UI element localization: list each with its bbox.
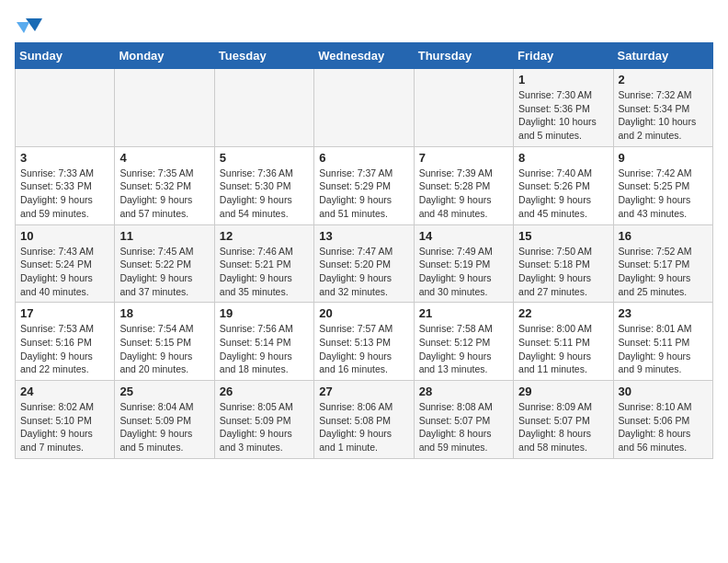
day-cell: 20Sunrise: 7:57 AM Sunset: 5:13 PM Dayli… bbox=[314, 303, 414, 381]
day-cell bbox=[314, 69, 414, 147]
day-info: Sunrise: 7:36 AM Sunset: 5:30 PM Dayligh… bbox=[220, 167, 309, 221]
svg-marker-0 bbox=[26, 18, 42, 31]
day-cell: 8Sunrise: 7:40 AM Sunset: 5:26 PM Daylig… bbox=[514, 146, 613, 224]
day-number: 19 bbox=[220, 306, 309, 320]
calendar: SundayMondayTuesdayWednesdayThursdayFrid… bbox=[15, 42, 713, 459]
day-number: 1 bbox=[518, 73, 608, 86]
day-cell bbox=[115, 69, 214, 147]
day-cell: 11Sunrise: 7:45 AM Sunset: 5:22 PM Dayli… bbox=[115, 224, 214, 303]
day-number: 8 bbox=[518, 151, 608, 165]
day-info: Sunrise: 7:58 AM Sunset: 5:12 PM Dayligh… bbox=[419, 322, 508, 376]
day-number: 4 bbox=[119, 151, 209, 165]
day-info: Sunrise: 7:49 AM Sunset: 5:19 PM Dayligh… bbox=[419, 245, 508, 299]
weekday-header-row: SundayMondayTuesdayWednesdayThursdayFrid… bbox=[16, 43, 713, 69]
weekday-header-tuesday: Tuesday bbox=[214, 43, 313, 69]
day-cell: 25Sunrise: 8:04 AM Sunset: 5:09 PM Dayli… bbox=[115, 381, 214, 459]
day-cell: 23Sunrise: 8:01 AM Sunset: 5:11 PM Dayli… bbox=[613, 303, 712, 381]
day-cell bbox=[16, 69, 115, 147]
day-cell: 15Sunrise: 7:50 AM Sunset: 5:18 PM Dayli… bbox=[514, 224, 613, 303]
day-number: 13 bbox=[319, 229, 408, 243]
day-number: 14 bbox=[419, 229, 508, 243]
day-cell: 27Sunrise: 8:06 AM Sunset: 5:08 PM Dayli… bbox=[314, 381, 414, 459]
day-info: Sunrise: 7:52 AM Sunset: 5:17 PM Dayligh… bbox=[619, 245, 708, 299]
day-cell: 28Sunrise: 8:08 AM Sunset: 5:07 PM Dayli… bbox=[414, 381, 513, 459]
day-info: Sunrise: 8:08 AM Sunset: 5:07 PM Dayligh… bbox=[419, 400, 508, 454]
day-info: Sunrise: 8:01 AM Sunset: 5:11 PM Dayligh… bbox=[619, 322, 708, 376]
logo-icon bbox=[17, 15, 44, 35]
day-cell: 30Sunrise: 8:10 AM Sunset: 5:06 PM Dayli… bbox=[613, 381, 712, 459]
day-number: 9 bbox=[619, 151, 708, 165]
week-row-5: 24Sunrise: 8:02 AM Sunset: 5:10 PM Dayli… bbox=[16, 381, 713, 459]
day-info: Sunrise: 8:02 AM Sunset: 5:10 PM Dayligh… bbox=[20, 400, 109, 454]
day-number: 28 bbox=[419, 385, 508, 398]
day-number: 7 bbox=[419, 151, 508, 165]
day-cell: 5Sunrise: 7:36 AM Sunset: 5:30 PM Daylig… bbox=[214, 146, 313, 224]
day-info: Sunrise: 7:33 AM Sunset: 5:33 PM Dayligh… bbox=[20, 167, 109, 221]
weekday-header-sunday: Sunday bbox=[16, 43, 115, 69]
day-info: Sunrise: 8:06 AM Sunset: 5:08 PM Dayligh… bbox=[319, 400, 408, 454]
day-number: 29 bbox=[518, 385, 608, 398]
day-info: Sunrise: 7:45 AM Sunset: 5:22 PM Dayligh… bbox=[119, 245, 209, 299]
day-number: 12 bbox=[220, 229, 309, 243]
day-cell: 24Sunrise: 8:02 AM Sunset: 5:10 PM Dayli… bbox=[16, 381, 115, 459]
day-number: 5 bbox=[220, 151, 309, 165]
day-info: Sunrise: 7:47 AM Sunset: 5:20 PM Dayligh… bbox=[319, 245, 408, 299]
day-cell: 19Sunrise: 7:56 AM Sunset: 5:14 PM Dayli… bbox=[214, 303, 313, 381]
day-info: Sunrise: 7:57 AM Sunset: 5:13 PM Dayligh… bbox=[319, 322, 408, 376]
day-cell: 10Sunrise: 7:43 AM Sunset: 5:24 PM Dayli… bbox=[16, 224, 115, 303]
weekday-header-thursday: Thursday bbox=[414, 43, 513, 69]
day-info: Sunrise: 7:30 AM Sunset: 5:36 PM Dayligh… bbox=[518, 88, 608, 143]
day-number: 17 bbox=[20, 306, 109, 320]
day-number: 25 bbox=[119, 385, 209, 398]
day-cell: 1Sunrise: 7:30 AM Sunset: 5:36 PM Daylig… bbox=[514, 69, 613, 147]
day-cell: 7Sunrise: 7:39 AM Sunset: 5:28 PM Daylig… bbox=[414, 146, 513, 224]
day-cell: 2Sunrise: 7:32 AM Sunset: 5:34 PM Daylig… bbox=[613, 69, 712, 147]
day-cell bbox=[414, 69, 513, 147]
day-number: 22 bbox=[518, 306, 608, 320]
day-cell: 12Sunrise: 7:46 AM Sunset: 5:21 PM Dayli… bbox=[214, 224, 313, 303]
week-row-1: 1Sunrise: 7:30 AM Sunset: 5:36 PM Daylig… bbox=[16, 69, 713, 147]
day-number: 16 bbox=[619, 229, 708, 243]
day-number: 23 bbox=[619, 306, 708, 320]
day-info: Sunrise: 8:00 AM Sunset: 5:11 PM Dayligh… bbox=[518, 322, 608, 376]
day-number: 2 bbox=[619, 73, 708, 86]
day-cell: 22Sunrise: 8:00 AM Sunset: 5:11 PM Dayli… bbox=[514, 303, 613, 381]
week-row-3: 10Sunrise: 7:43 AM Sunset: 5:24 PM Dayli… bbox=[16, 224, 713, 303]
day-info: Sunrise: 8:04 AM Sunset: 5:09 PM Dayligh… bbox=[119, 400, 209, 454]
day-number: 30 bbox=[619, 385, 708, 398]
day-cell: 14Sunrise: 7:49 AM Sunset: 5:19 PM Dayli… bbox=[414, 224, 513, 303]
weekday-header-wednesday: Wednesday bbox=[314, 43, 414, 69]
weekday-header-monday: Monday bbox=[115, 43, 214, 69]
day-info: Sunrise: 7:43 AM Sunset: 5:24 PM Dayligh… bbox=[20, 245, 109, 299]
day-cell: 21Sunrise: 7:58 AM Sunset: 5:12 PM Dayli… bbox=[414, 303, 513, 381]
day-number: 18 bbox=[119, 306, 209, 320]
day-number: 24 bbox=[20, 385, 109, 398]
svg-marker-1 bbox=[17, 22, 29, 33]
day-number: 11 bbox=[119, 229, 209, 243]
day-info: Sunrise: 7:53 AM Sunset: 5:16 PM Dayligh… bbox=[20, 322, 109, 376]
day-number: 3 bbox=[20, 151, 109, 165]
day-number: 15 bbox=[518, 229, 608, 243]
day-cell: 3Sunrise: 7:33 AM Sunset: 5:33 PM Daylig… bbox=[16, 146, 115, 224]
day-info: Sunrise: 7:35 AM Sunset: 5:32 PM Dayligh… bbox=[119, 167, 209, 221]
day-cell: 26Sunrise: 8:05 AM Sunset: 5:09 PM Dayli… bbox=[214, 381, 313, 459]
day-info: Sunrise: 7:42 AM Sunset: 5:25 PM Dayligh… bbox=[619, 167, 708, 221]
day-cell: 9Sunrise: 7:42 AM Sunset: 5:25 PM Daylig… bbox=[613, 146, 712, 224]
day-info: Sunrise: 8:05 AM Sunset: 5:09 PM Dayligh… bbox=[220, 400, 309, 454]
day-number: 27 bbox=[319, 385, 408, 398]
weekday-header-saturday: Saturday bbox=[613, 43, 712, 69]
day-info: Sunrise: 7:50 AM Sunset: 5:18 PM Dayligh… bbox=[518, 245, 608, 299]
day-cell: 17Sunrise: 7:53 AM Sunset: 5:16 PM Dayli… bbox=[16, 303, 115, 381]
week-row-4: 17Sunrise: 7:53 AM Sunset: 5:16 PM Dayli… bbox=[16, 303, 713, 381]
day-cell bbox=[214, 69, 313, 147]
day-cell: 13Sunrise: 7:47 AM Sunset: 5:20 PM Dayli… bbox=[314, 224, 414, 303]
day-info: Sunrise: 8:10 AM Sunset: 5:06 PM Dayligh… bbox=[619, 400, 708, 454]
day-info: Sunrise: 7:46 AM Sunset: 5:21 PM Dayligh… bbox=[220, 245, 309, 299]
day-number: 26 bbox=[220, 385, 309, 398]
day-cell: 18Sunrise: 7:54 AM Sunset: 5:15 PM Dayli… bbox=[115, 303, 214, 381]
day-info: Sunrise: 8:09 AM Sunset: 5:07 PM Dayligh… bbox=[518, 400, 608, 454]
week-row-2: 3Sunrise: 7:33 AM Sunset: 5:33 PM Daylig… bbox=[16, 146, 713, 224]
day-info: Sunrise: 7:54 AM Sunset: 5:15 PM Dayligh… bbox=[119, 322, 209, 376]
weekday-header-friday: Friday bbox=[514, 43, 613, 69]
day-info: Sunrise: 7:37 AM Sunset: 5:29 PM Dayligh… bbox=[319, 167, 408, 221]
